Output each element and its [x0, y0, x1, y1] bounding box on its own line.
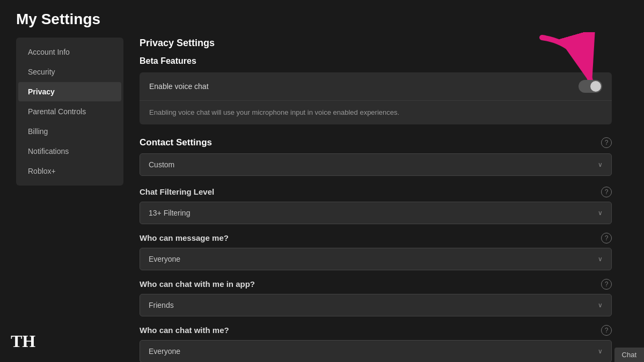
contact-settings-chevron-icon: ∨ [598, 161, 603, 168]
who-chat-dropdown[interactable]: Everyone ∨ [140, 340, 612, 363]
contact-settings-dropdown[interactable]: Custom ∨ [140, 153, 612, 176]
main-content: Privacy Settings Beta Features Enable vo… [123, 38, 628, 362]
who-chat-chevron-icon: ∨ [598, 348, 603, 355]
who-chat-app-title: Who can chat with me in app? [140, 279, 255, 289]
watermark: TH [11, 331, 35, 351]
chat-filtering-chevron-icon: ∨ [598, 209, 603, 217]
toggle-thumb [590, 81, 601, 92]
contact-settings-title: Contact Settings [140, 137, 212, 148]
who-chat-help-icon[interactable]: ? [601, 325, 612, 336]
contact-settings-section: Contact Settings ? Custom ∨ [140, 137, 612, 176]
who-chat-app-dropdown[interactable]: Friends ∨ [140, 294, 612, 316]
chat-filtering-section: Chat Filtering Level ? 13+ Filtering ∨ [140, 187, 612, 224]
sidebar-item-privacy[interactable]: Privacy [18, 82, 121, 101]
who-chat-app-header: Who can chat with me in app? ? [140, 279, 612, 290]
sidebar-item-notifications[interactable]: Notifications [18, 142, 121, 161]
beta-features-title: Beta Features [140, 56, 612, 66]
chat-filtering-header: Chat Filtering Level ? [140, 187, 612, 197]
who-message-title: Who can message me? [140, 233, 229, 242]
voice-chat-row: Enable voice chat [140, 72, 612, 101]
chat-filtering-help-icon[interactable]: ? [601, 187, 612, 197]
contact-settings-help-icon[interactable]: ? [601, 137, 612, 148]
who-chat-app-section: Who can chat with me in app? ? Friends ∨ [140, 279, 612, 316]
chat-filtering-value: 13+ Filtering [149, 209, 190, 217]
who-message-chevron-icon: ∨ [598, 255, 603, 263]
who-message-help-icon[interactable]: ? [601, 233, 612, 243]
beta-features-card: Enable voice chat Enabling voice chat wi… [140, 72, 612, 124]
sidebar-item-roblox-plus[interactable]: Roblox+ [18, 161, 121, 181]
who-chat-section: Who can chat with me? ? Everyone ∨ [140, 325, 612, 363]
chat-filtering-title: Chat Filtering Level [140, 187, 214, 196]
toggle-track [579, 80, 602, 93]
who-chat-app-value: Friends [149, 301, 174, 309]
chat-filtering-dropdown[interactable]: 13+ Filtering ∨ [140, 202, 612, 224]
who-chat-app-chevron-icon: ∨ [598, 301, 603, 309]
who-chat-title: Who can chat with me? [140, 326, 229, 335]
voice-chat-description: Enabling voice chat will use your microp… [140, 101, 612, 124]
sidebar: Account Info Security Privacy Parental C… [16, 38, 123, 186]
who-message-dropdown[interactable]: Everyone ∨ [140, 248, 612, 270]
who-message-section: Who can message me? ? Everyone ∨ [140, 233, 612, 270]
contact-settings-header: Contact Settings ? [140, 137, 612, 148]
sidebar-item-parental-controls[interactable]: Parental Controls [18, 102, 121, 121]
sidebar-item-account-info[interactable]: Account Info [18, 42, 121, 62]
sidebar-item-security[interactable]: Security [18, 62, 121, 82]
page-title: My Settings [16, 11, 628, 28]
chat-indicator[interactable]: Chat [614, 348, 644, 362]
who-chat-app-help-icon[interactable]: ? [601, 279, 612, 290]
contact-settings-value: Custom [149, 160, 174, 169]
voice-chat-toggle[interactable] [579, 80, 602, 93]
privacy-settings-title: Privacy Settings [140, 38, 612, 49]
sidebar-item-billing[interactable]: Billing [18, 122, 121, 141]
who-chat-value: Everyone [149, 347, 180, 356]
who-message-value: Everyone [149, 255, 180, 263]
voice-chat-label: Enable voice chat [149, 82, 209, 91]
who-message-header: Who can message me? ? [140, 233, 612, 243]
who-chat-header: Who can chat with me? ? [140, 325, 612, 336]
